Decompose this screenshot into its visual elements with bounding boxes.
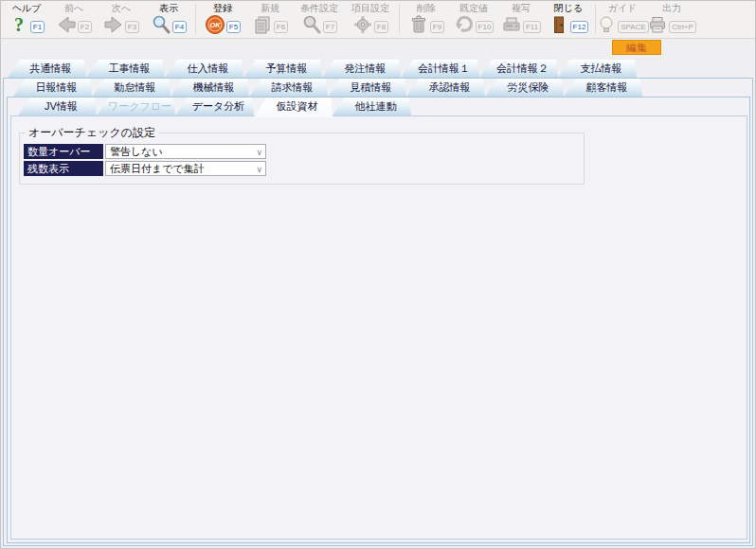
copier-icon — [501, 14, 522, 35]
tab-purchase-info[interactable]: 仕入情報 — [165, 60, 243, 78]
ok-circle-icon: OK — [205, 14, 225, 35]
help-button[interactable]: ヘルプ ? F1 — [3, 2, 50, 35]
output-button: 出力 Ctrl+P — [646, 2, 697, 35]
printer-icon — [647, 14, 668, 35]
tab-common-info[interactable]: 共通情報 — [8, 60, 86, 78]
overcheck-settings-group: オーバーチェックの設定 数量オーバー 警告しない ∨ 残数表示 — [19, 125, 585, 185]
item-settings-button: 項目設定 F8 — [345, 2, 396, 35]
fkey-badge: SPACE — [618, 21, 649, 33]
tab-panel-level-2: JV情報 ワークフロー データ分析 仮設資材 他社連動 オーバーチェックの設定 … — [7, 97, 750, 543]
toolbar-separator — [195, 4, 196, 34]
tab-row-2: 日報情報 勤怠情報 機械情報 請求情報 見積情報 承認情報 労災保険 顧客情報 — [13, 79, 752, 97]
quantity-over-label: 数量オーバー — [24, 144, 103, 159]
fkey-badge: F11 — [523, 21, 541, 33]
fkey-badge: F7 — [323, 21, 337, 33]
tab-accounting-info-1[interactable]: 会計情報１ — [401, 60, 479, 78]
tab-daily-report-info[interactable]: 日報情報 — [13, 79, 92, 97]
tab-estimate-info[interactable]: 見積情報 — [328, 79, 406, 97]
tab-construction-info[interactable]: 工事情報 — [86, 60, 165, 78]
tab-other-company-link[interactable]: 他社連動 — [333, 97, 411, 115]
fkey-badge: F12 — [570, 21, 589, 33]
toolbar: ヘルプ ? F1 前へ F2 次へ F3 — [1, 1, 755, 39]
quantity-over-value: 警告しない — [110, 146, 163, 157]
app-window: ヘルプ ? F1 前へ F2 次へ F3 — [0, 0, 756, 549]
tab-workers-insurance[interactable]: 労災保険 — [485, 79, 564, 97]
quantity-over-select[interactable]: 警告しない ∨ — [105, 144, 266, 159]
delete-button-label: 削除 — [417, 2, 436, 14]
fkey-badge: F2 — [78, 21, 92, 33]
edit-mode-badge: 編集 — [612, 40, 661, 55]
overcheck-settings-legend: オーバーチェックの設定 — [26, 125, 158, 141]
document-icon — [252, 14, 273, 35]
copy-button: 複写 F11 — [497, 2, 545, 35]
tab-temporary-materials[interactable]: 仮設資材 — [254, 97, 333, 115]
view-button[interactable]: 表示 F4 — [145, 2, 192, 35]
default-value-label: 既定値 — [459, 2, 488, 14]
toolbar-separator — [399, 4, 400, 34]
tab-control: 共通情報 工事情報 仕入情報 予算情報 発注情報 会計情報１ 会計情報２ 支払情… — [3, 60, 753, 546]
guide-button-label: ガイド — [608, 2, 638, 14]
fkey-badge: F4 — [172, 21, 187, 33]
tab-accounting-info-2[interactable]: 会計情報２ — [479, 60, 558, 78]
condition-settings-label: 条件設定 — [300, 2, 338, 14]
tab-payment-info[interactable]: 支払情報 — [558, 60, 637, 78]
next-button: 次へ F3 — [98, 2, 145, 35]
remaining-display-row: 残数表示 伝票日付までで集計 ∨ — [24, 161, 579, 176]
next-button-label: 次へ — [112, 2, 131, 14]
help-icon: ? — [9, 14, 29, 35]
guide-button: ガイド SPACE — [599, 2, 646, 35]
fkey-badge: F5 — [226, 21, 241, 33]
magnifier-gray-icon — [301, 14, 322, 35]
tab-workflow: ワークフロー — [97, 97, 175, 115]
tab-jv-info[interactable]: JV情報 — [18, 97, 97, 115]
fkey-badge: F8 — [374, 21, 388, 33]
previous-button-label: 前へ — [64, 2, 83, 14]
register-button-label: 登録 — [213, 2, 232, 14]
item-settings-label: 項目設定 — [351, 2, 389, 14]
svg-text:?: ? — [14, 14, 24, 35]
remaining-display-select[interactable]: 伝票日付までで集計 ∨ — [105, 161, 266, 176]
close-button-label: 閉じる — [554, 2, 583, 14]
delete-button: 削除 F9 — [403, 2, 450, 35]
condition-settings-button: 条件設定 F7 — [294, 2, 345, 35]
tab-billing-info[interactable]: 請求情報 — [249, 79, 328, 97]
previous-button: 前へ F2 — [50, 2, 98, 35]
tab-row-1: 共通情報 工事情報 仕入情報 予算情報 発注情報 会計情報１ 会計情報２ 支払情… — [8, 60, 753, 78]
default-value-button: 既定値 F10 — [450, 2, 497, 35]
close-button[interactable]: 閉じる F12 — [545, 2, 592, 35]
tab-order-info[interactable]: 発注情報 — [322, 60, 401, 78]
tab-row-3: JV情報 ワークフロー データ分析 仮設資材 他社連動 — [18, 97, 749, 115]
arrow-left-icon — [56, 14, 77, 35]
new-button-label: 新規 — [261, 2, 279, 14]
remaining-display-value: 伝票日付までで集計 — [110, 163, 205, 174]
refresh-icon — [454, 14, 475, 35]
trash-icon — [408, 14, 429, 35]
settings-content: オーバーチェックの設定 数量オーバー 警告しない ∨ 残数表示 — [11, 116, 747, 185]
remaining-display-label: 残数表示 — [24, 161, 103, 176]
chevron-down-icon: ∨ — [256, 163, 262, 176]
fkey-badge: Ctrl+P — [669, 21, 695, 33]
fkey-badge: F9 — [430, 21, 444, 33]
view-button-label: 表示 — [159, 2, 178, 14]
tab-approval-info[interactable]: 承認情報 — [406, 79, 485, 97]
output-button-label: 出力 — [662, 2, 681, 14]
quantity-over-row: 数量オーバー 警告しない ∨ — [24, 144, 579, 159]
new-button: 新規 F6 — [246, 2, 294, 35]
register-button[interactable]: 登録 OK F5 — [199, 2, 246, 35]
tab-data-analysis[interactable]: データ分析 — [175, 97, 254, 115]
tab-attendance-info[interactable]: 勤怠情報 — [92, 79, 171, 97]
tab-panel-level-1: 日報情報 勤怠情報 機械情報 請求情報 見積情報 承認情報 労災保険 顧客情報 … — [3, 78, 753, 546]
door-icon — [549, 14, 569, 35]
tab-customer-info[interactable]: 顧客情報 — [564, 79, 642, 97]
tab-panel-content: オーバーチェックの設定 数量オーバー 警告しない ∨ 残数表示 — [10, 115, 747, 540]
tab-budget-info[interactable]: 予算情報 — [243, 60, 322, 78]
gear-icon — [352, 14, 373, 35]
arrow-right-icon — [103, 14, 124, 35]
lightbulb-icon — [596, 14, 617, 35]
magnifier-icon — [151, 14, 171, 35]
fkey-badge: F6 — [274, 21, 288, 33]
fkey-badge: F1 — [30, 21, 45, 33]
tab-machine-info[interactable]: 機械情報 — [171, 79, 249, 97]
fkey-badge: F10 — [476, 21, 495, 33]
svg-text:OK: OK — [209, 21, 221, 29]
